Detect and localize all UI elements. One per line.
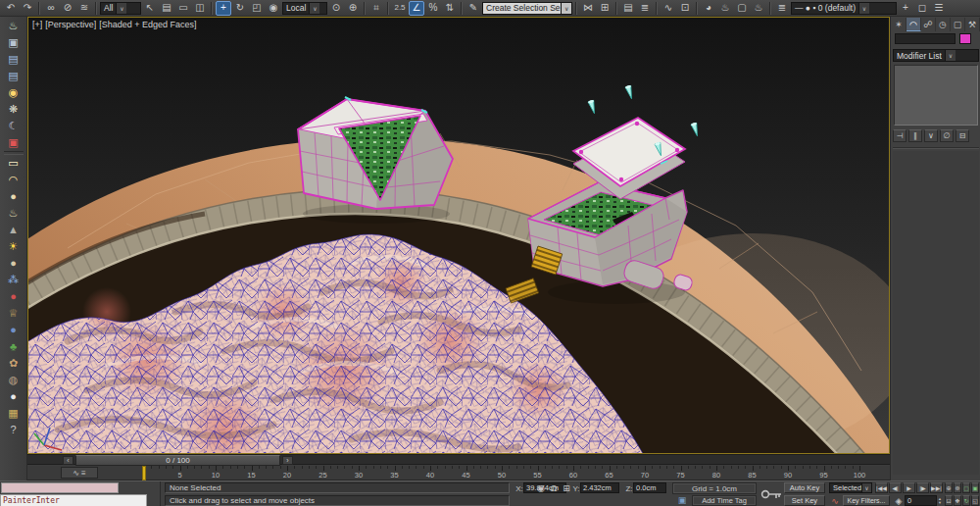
- render-preview-icon[interactable]: ▣: [3, 34, 24, 51]
- edit-named-sets-icon[interactable]: ✎: [466, 1, 481, 16]
- shell-icon[interactable]: ◍: [3, 372, 24, 388]
- current-frame-field[interactable]: 0: [905, 495, 937, 506]
- auto-key-button[interactable]: Auto Key: [784, 482, 825, 493]
- white-sphere-icon[interactable]: ●: [3, 388, 24, 405]
- maxscript-mini-listener[interactable]: PainterInter: [0, 481, 161, 506]
- isolate-selection-icon[interactable]: ◉: [535, 482, 547, 494]
- viewport-general-menu[interactable]: [+]: [32, 20, 42, 29]
- go-to-end-button[interactable]: ▶▶|: [930, 482, 943, 493]
- track-bar-ruler[interactable]: 5101520253035404550556065707580859095100: [103, 466, 867, 481]
- named-selection-sets-dropdown[interactable]: Create Selection Se∨: [482, 2, 572, 15]
- select-and-link-icon[interactable]: ∞: [43, 1, 59, 16]
- viewport-scene[interactable]: [28, 18, 889, 453]
- layer-explorer-icon[interactable]: ≣: [637, 1, 653, 16]
- zoom-icon[interactable]: ⊕: [945, 482, 953, 493]
- scene-lister-icon[interactable]: ▤: [3, 68, 24, 84]
- use-pivot-center-icon[interactable]: ⊙: [328, 1, 344, 16]
- listener-field[interactable]: PainterInter: [0, 494, 147, 506]
- snaps-toggle-icon[interactable]: 2.5: [392, 1, 408, 16]
- select-and-rotate-icon[interactable]: ↻: [232, 1, 248, 16]
- mini-curve-editor-button[interactable]: ∿≡: [61, 467, 98, 479]
- cone-object-icon[interactable]: ▲: [3, 222, 24, 238]
- configure-modifier-sets-button[interactable]: ⊟: [956, 129, 969, 142]
- scene-explorer-icon[interactable]: ▤: [620, 1, 636, 16]
- frame-spinner[interactable]: ▲▼: [937, 495, 943, 506]
- tab-hierarchy[interactable]: ☍: [921, 18, 936, 31]
- render-production-icon[interactable]: ♨: [751, 1, 766, 16]
- percent-snap-icon[interactable]: %: [425, 1, 441, 16]
- macro-recorder-field[interactable]: [1, 482, 119, 493]
- redo-icon[interactable]: ↷: [20, 1, 35, 16]
- modifier-stack[interactable]: [894, 65, 978, 126]
- leaf-icon[interactable]: ♣: [3, 338, 24, 355]
- time-slider-track[interactable]: ‹ 0 / 100 ›: [27, 454, 890, 465]
- create-light-icon[interactable]: ❋: [3, 101, 24, 118]
- viewport-pov-menu[interactable]: [Perspective]: [45, 20, 96, 29]
- play-button[interactable]: ▶: [903, 482, 915, 493]
- window-crossing-icon[interactable]: ◫: [192, 1, 208, 16]
- keyboard-shortcut-override-icon[interactable]: ⌗: [368, 1, 384, 16]
- align-icon[interactable]: ⊞: [597, 1, 612, 16]
- bind-to-spacewarp-icon[interactable]: ≋: [76, 1, 92, 16]
- sun-icon[interactable]: ☀: [3, 238, 24, 255]
- curve-editor-icon[interactable]: ∿: [661, 1, 676, 16]
- zoom-extents-icon[interactable]: ▢: [962, 482, 970, 493]
- tab-motion[interactable]: ◷: [936, 18, 951, 31]
- y-coordinate-field[interactable]: 2.432cm: [580, 482, 619, 493]
- set-keys-key-icon[interactable]: [760, 483, 782, 505]
- absolute-offset-toggle-icon[interactable]: ⊞: [561, 482, 572, 494]
- selection-filter-dropdown[interactable]: All∨: [100, 2, 141, 15]
- angle-snap-icon[interactable]: ∠: [409, 1, 424, 16]
- rock-blue-icon[interactable]: ●: [3, 322, 24, 338]
- object-color-swatch[interactable]: [959, 33, 971, 44]
- key-mode-toggle-icon[interactable]: ◈: [893, 495, 905, 506]
- video-clip-icon[interactable]: ▣: [3, 134, 24, 151]
- dome-object-icon[interactable]: ◠: [3, 172, 24, 188]
- maximize-viewport-icon[interactable]: ◱: [971, 495, 979, 506]
- orbit-icon[interactable]: ↻: [962, 495, 970, 506]
- sphere-object-icon[interactable]: ●: [3, 188, 24, 205]
- select-and-scale-icon[interactable]: ◰: [249, 1, 265, 16]
- schematic-view-icon[interactable]: ⊡: [677, 1, 693, 16]
- layer-dropdown[interactable]: — ● ▪ 0 (default)∨: [791, 2, 897, 15]
- tab-display[interactable]: ▢: [951, 18, 965, 31]
- light-lister-icon[interactable]: ▤: [3, 51, 24, 68]
- modifier-list-dropdown[interactable]: Modifier List∨: [893, 49, 979, 62]
- current-frame-marker[interactable]: [142, 466, 146, 481]
- select-object-icon[interactable]: ↖: [142, 1, 158, 16]
- selection-lock-icon[interactable]: Ω: [548, 482, 560, 494]
- tab-create[interactable]: ✶: [892, 18, 906, 31]
- crown-icon[interactable]: ♕: [3, 305, 24, 322]
- zoom-extents-all-icon[interactable]: ▣: [971, 482, 979, 493]
- create-layer-icon[interactable]: +: [898, 1, 913, 16]
- viewport-shading-menu[interactable]: [Shaded + Edged Faces]: [99, 20, 196, 29]
- remove-modifier-button[interactable]: ∅: [940, 129, 954, 142]
- next-frame-arrow[interactable]: ›: [282, 456, 293, 465]
- time-tag-icon[interactable]: ▣: [676, 494, 688, 506]
- next-frame-button[interactable]: |▶: [916, 482, 929, 493]
- go-to-start-button[interactable]: |◀◀: [875, 482, 888, 493]
- add-time-tag-button[interactable]: Add Time Tag: [692, 495, 757, 506]
- select-by-name-icon[interactable]: ▤: [159, 1, 174, 16]
- track-bar[interactable]: ∿≡ 5101520253035404550556065707580859095…: [27, 466, 890, 481]
- spinner-snap-icon[interactable]: ⇅: [442, 1, 458, 16]
- mirror-icon[interactable]: ⋈: [580, 1, 596, 16]
- select-and-move-icon[interactable]: +: [216, 1, 231, 16]
- zoom-all-icon[interactable]: ⊛: [954, 482, 961, 493]
- select-and-place-icon[interactable]: ◉: [266, 1, 281, 16]
- tab-utilities[interactable]: ⚒: [965, 18, 980, 31]
- zoom-region-icon[interactable]: ⊡: [945, 495, 953, 506]
- rendered-frame-icon[interactable]: ▢: [734, 1, 750, 16]
- teapot-object-icon[interactable]: ♨: [3, 205, 24, 222]
- select-and-manipulate-icon[interactable]: ⊕: [345, 1, 361, 16]
- time-slider-handle[interactable]: 0 / 100: [75, 455, 280, 466]
- fur-brush-icon[interactable]: ✿: [3, 355, 24, 372]
- red-ball-icon[interactable]: ●: [3, 288, 24, 305]
- pin-stack-button[interactable]: ⊣: [893, 129, 906, 142]
- pan-icon[interactable]: ❖: [954, 495, 961, 506]
- render-teapot-icon[interactable]: ♨: [3, 18, 24, 34]
- layer-properties-icon[interactable]: ☰: [931, 1, 947, 16]
- render-setup-icon[interactable]: ♨: [717, 1, 733, 16]
- tab-modify[interactable]: ◠: [906, 18, 921, 31]
- z-coordinate-field[interactable]: 0.0cm: [633, 482, 666, 493]
